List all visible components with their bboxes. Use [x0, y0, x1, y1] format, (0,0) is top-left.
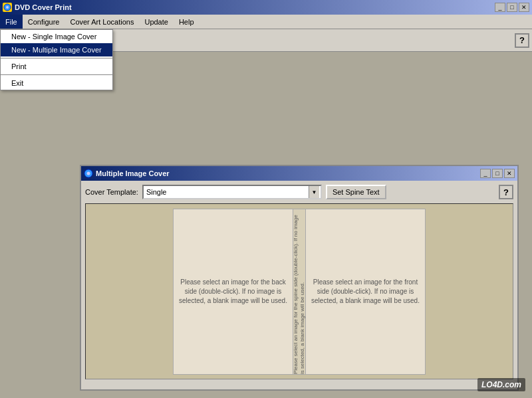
menu-update[interactable]: Update [139, 15, 173, 29]
maximize-button[interactable]: □ [507, 3, 517, 12]
app-icon [3, 3, 12, 12]
front-panel-text: Please select an image for the front sid… [311, 278, 420, 306]
menu-separator-2 [1, 74, 112, 75]
dialog-minimize-button[interactable]: _ [480, 169, 491, 178]
back-panel-text: Please select an image for the back side… [179, 278, 287, 306]
dialog-help-button[interactable]: ? [499, 185, 513, 199]
title-bar: DVD Cover Print _ □ ✕ [0, 0, 532, 15]
content-area: Multiple Image Cover _ □ ✕ Cover Templat… [0, 52, 532, 398]
set-spine-text-button[interactable]: Set Spine Text [326, 185, 386, 199]
spine-panel-text: Please select an image for the spine sid… [293, 215, 305, 374]
dialog-content: Cover Template: Single ▼ Set Spine Text … [81, 181, 517, 383]
template-value: Single [146, 188, 167, 196]
dialog-title: Multiple Image Cover [96, 169, 170, 177]
cover-back-panel[interactable]: Please select an image for the back side… [173, 209, 293, 375]
title-bar-buttons: _ □ ✕ [495, 3, 529, 12]
menu-print[interactable]: Print [1, 60, 112, 73]
svg-point-10 [87, 172, 90, 175]
close-button[interactable]: ✕ [519, 3, 529, 12]
main-window: DVD Cover Print _ □ ✕ File Configure Cov… [0, 0, 532, 398]
menu-separator [1, 58, 112, 58]
cover-preview: Please select an image for the back side… [85, 203, 513, 379]
menu-new-multiple[interactable]: New - Multiple Image Cover [1, 43, 112, 56]
app-title: DVD Cover Print [15, 3, 72, 11]
cover-spine-panel[interactable]: Please select an image for the spine sid… [293, 209, 305, 375]
svg-point-1 [6, 6, 9, 9]
menu-exit[interactable]: Exit [1, 76, 112, 90]
watermark: LO4D.com [477, 378, 525, 391]
minimize-button[interactable]: _ [495, 3, 505, 12]
menu-bar: File Configure Cover Art Locations Updat… [0, 15, 532, 29]
template-label: Cover Template: [85, 188, 138, 196]
cover-inner: Please select an image for the back side… [173, 209, 426, 375]
template-select[interactable]: Single ▼ [142, 185, 322, 199]
dialog-title-buttons: _ □ ✕ [480, 169, 515, 178]
template-select-arrow[interactable]: ▼ [309, 186, 319, 198]
watermark-text: LO4D.com [481, 380, 521, 389]
main-help-button[interactable]: ? [515, 33, 529, 48]
dialog-title-bar: Multiple Image Cover _ □ ✕ [81, 166, 517, 181]
menu-configure[interactable]: Configure [23, 15, 65, 29]
dialog-maximize-button[interactable]: □ [492, 169, 503, 178]
dialog-toolbar: Cover Template: Single ▼ Set Spine Text … [85, 185, 513, 199]
cover-front-panel[interactable]: Please select an image for the front sid… [305, 209, 426, 375]
dialog-title-left: Multiple Image Cover [84, 169, 170, 178]
multiple-image-cover-dialog: Multiple Image Cover _ □ ✕ Cover Templat… [80, 165, 519, 391]
menu-cover-art-locations[interactable]: Cover Art Locations [65, 15, 139, 29]
menu-file[interactable]: File [0, 15, 23, 29]
menu-new-single[interactable]: New - Single Image Cover [1, 30, 112, 43]
file-dropdown: New - Single Image Cover New - Multiple … [0, 29, 113, 90]
title-bar-left: DVD Cover Print [3, 3, 72, 12]
dialog-icon [84, 169, 93, 178]
menu-help[interactable]: Help [174, 15, 200, 29]
dialog-close-button[interactable]: ✕ [504, 169, 515, 178]
